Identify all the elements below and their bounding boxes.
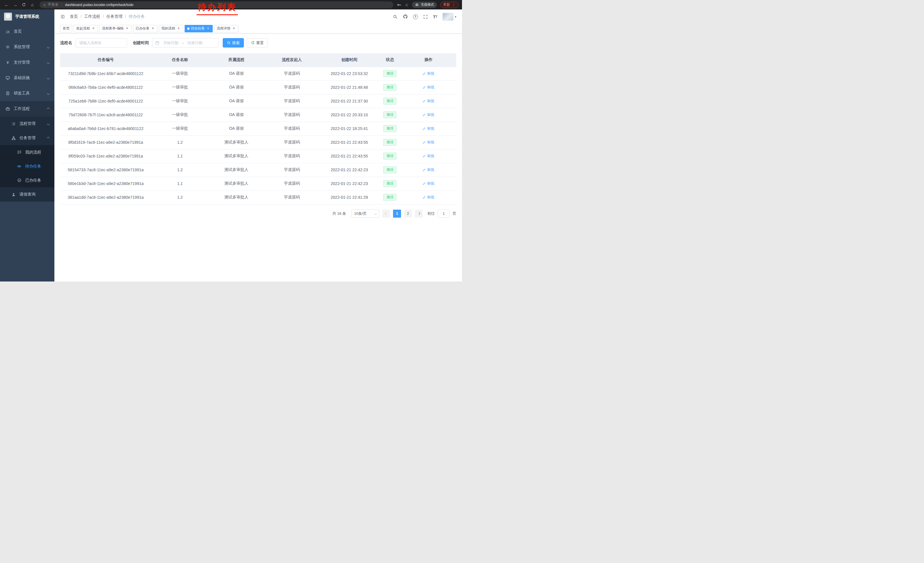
process-name-input[interactable] bbox=[76, 38, 127, 48]
address-bar[interactable]: ⚠ 不安全 dashboard.yudao.iocoder.cn/bpm/tas… bbox=[39, 2, 393, 8]
tab[interactable]: 流程表单-编辑 × bbox=[99, 25, 132, 32]
sidebar-item-payment[interactable]: ¥ 支付管理 bbox=[0, 55, 54, 70]
sidebar-item-label: 支付管理 bbox=[14, 60, 30, 65]
close-icon[interactable]: × bbox=[232, 27, 236, 31]
approve-link-label: 审批 bbox=[427, 126, 435, 131]
next-page-button[interactable] bbox=[415, 210, 423, 218]
logo-image bbox=[4, 12, 12, 21]
sidebar-item-workflow[interactable]: 工作流程 bbox=[0, 101, 54, 117]
approve-link-label: 审批 bbox=[427, 71, 435, 76]
user-avatar[interactable]: ▾ bbox=[442, 13, 456, 21]
sidebar-item-label: 系统管理 bbox=[14, 44, 30, 50]
calendar-icon bbox=[155, 41, 159, 45]
sidebar-item-todo-tasks[interactable]: 待办任务 bbox=[0, 159, 54, 173]
help-icon[interactable]: ? bbox=[413, 14, 418, 19]
close-icon[interactable]: × bbox=[206, 27, 210, 31]
tab[interactable]: 我的流程 × bbox=[159, 25, 183, 32]
status-cell: 激活 bbox=[379, 163, 401, 177]
end-date-input[interactable] bbox=[184, 41, 206, 45]
approve-link[interactable]: 审批 bbox=[423, 195, 435, 200]
approve-link[interactable]: 审批 bbox=[423, 112, 435, 117]
back-icon[interactable]: ← bbox=[3, 1, 10, 9]
sidebar-item-leave-query[interactable]: 请假查询 bbox=[0, 187, 54, 201]
sidebar-item-done-tasks[interactable]: 已办任务 bbox=[0, 173, 54, 187]
status-cell: 激活 bbox=[379, 108, 401, 122]
bookmark-star-icon[interactable]: ☆ bbox=[405, 3, 408, 7]
font-size-icon[interactable]: TT bbox=[433, 14, 437, 19]
sidebar-collapse-button[interactable] bbox=[60, 14, 65, 19]
approve-link[interactable]: 审批 bbox=[423, 167, 435, 173]
github-icon[interactable] bbox=[403, 14, 408, 19]
tab[interactable]: 已办任务 × bbox=[133, 25, 158, 32]
action-cell: 审批 bbox=[401, 177, 456, 191]
caret-down-icon: ▾ bbox=[455, 15, 456, 18]
table-body: 73211d9d-7b9b-11ec-b5b7-acde48001122 一级审… bbox=[60, 67, 456, 204]
list-icon bbox=[11, 121, 16, 126]
tab[interactable]: 发起流程 × bbox=[74, 25, 98, 32]
dashboard-icon bbox=[5, 29, 10, 34]
task-id-cell: 8f059c03-7ac8-11ec-a9e2-a2380e71991a bbox=[60, 149, 151, 163]
tab[interactable]: 流程详情 × bbox=[214, 25, 238, 32]
password-key-icon[interactable] bbox=[397, 3, 401, 7]
table-row: 75d72608-7b7f-11ec-a3c8-acde48001122 一级审… bbox=[60, 108, 456, 122]
approve-link[interactable]: 审批 bbox=[423, 140, 435, 145]
reset-button[interactable]: 重置 bbox=[247, 38, 268, 48]
breadcrumb-item-workflow[interactable]: 工作流程 bbox=[78, 14, 100, 19]
close-icon[interactable]: × bbox=[91, 27, 95, 31]
goto-page-input[interactable] bbox=[438, 210, 450, 218]
browser-update-button[interactable]: 更新 ⋮ bbox=[440, 2, 459, 8]
sidebar-item-system[interactable]: 系统管理 bbox=[0, 39, 54, 55]
sidebar-item-home[interactable]: 首页 bbox=[0, 24, 54, 39]
check-circle-icon bbox=[16, 178, 22, 183]
sidebar-item-task-management[interactable]: 任务管理 bbox=[0, 131, 54, 145]
active-dot bbox=[187, 27, 189, 30]
column-header-initiator: 流程发起人 bbox=[264, 53, 320, 67]
reload-icon[interactable] bbox=[20, 1, 27, 9]
page-2-button[interactable]: 2 bbox=[404, 210, 412, 218]
sidebar-item-label: 任务管理 bbox=[20, 135, 36, 141]
table-row: 069c6a63-7b8a-11ec-8ef0-acde48001122 一级审… bbox=[60, 81, 456, 94]
approve-link[interactable]: 审批 bbox=[423, 153, 435, 159]
fullscreen-icon[interactable] bbox=[423, 14, 428, 19]
create-time-range-picker[interactable]: - bbox=[152, 38, 219, 48]
close-icon[interactable]: × bbox=[177, 27, 181, 31]
task-id-cell: 381aa1dd-7ac8-11ec-a9e2-a2380e71991a bbox=[60, 191, 151, 204]
close-icon[interactable]: × bbox=[151, 27, 155, 31]
kebab-menu-icon[interactable]: ⋮ bbox=[452, 3, 456, 7]
page-size-value: 10条/页 bbox=[354, 211, 367, 216]
initiator-cell: 芋道源码 bbox=[264, 122, 320, 135]
forward-icon[interactable]: → bbox=[12, 1, 19, 9]
approve-link[interactable]: 审批 bbox=[423, 85, 435, 90]
approve-link-label: 审批 bbox=[427, 181, 435, 186]
approve-link[interactable]: 审批 bbox=[423, 181, 435, 186]
sidebar-item-dev-tools[interactable]: 研发工具 bbox=[0, 86, 54, 101]
process-cell: 测试多审批人 bbox=[208, 191, 264, 204]
page-size-select[interactable]: 10条/页 bbox=[351, 210, 379, 218]
search-icon[interactable] bbox=[393, 14, 398, 19]
sidebar-item-label: 基础设施 bbox=[14, 75, 30, 81]
approve-link[interactable]: 审批 bbox=[423, 126, 435, 131]
sidebar-item-my-process[interactable]: 我的流程 bbox=[0, 145, 54, 159]
breadcrumb-item-task-management[interactable]: 任务管理 bbox=[100, 14, 123, 19]
task-name-cell: 1.2 bbox=[151, 135, 208, 149]
approve-link[interactable]: 审批 bbox=[423, 99, 435, 104]
start-date-input[interactable] bbox=[160, 41, 182, 45]
sidebar-item-process-management[interactable]: 流程管理 bbox=[0, 117, 54, 131]
tab[interactable]: 首页 bbox=[60, 25, 72, 32]
status-badge: 激活 bbox=[383, 70, 396, 77]
search-button[interactable]: 搜索 bbox=[223, 38, 244, 48]
tab[interactable]: 待办任务 × bbox=[184, 25, 213, 32]
initiator-cell: 芋道源码 bbox=[264, 177, 320, 191]
sidebar-item-infrastructure[interactable]: 基础设施 bbox=[0, 70, 54, 86]
create-time-cell: 2022-01-21 22:43:55 bbox=[320, 135, 379, 149]
prev-page-button[interactable] bbox=[382, 210, 390, 218]
home-icon[interactable]: ⌂ bbox=[28, 1, 36, 9]
gear-icon bbox=[5, 44, 10, 50]
page-1-button[interactable]: 1 bbox=[393, 210, 401, 218]
chevron-down-icon bbox=[374, 212, 377, 215]
edit-icon bbox=[423, 182, 426, 185]
breadcrumb-item-home[interactable]: 首页 bbox=[70, 14, 78, 19]
close-icon[interactable]: × bbox=[125, 27, 129, 31]
logo-row[interactable]: 芋道管理系统 bbox=[0, 9, 54, 24]
approve-link[interactable]: 审批 bbox=[423, 71, 435, 76]
